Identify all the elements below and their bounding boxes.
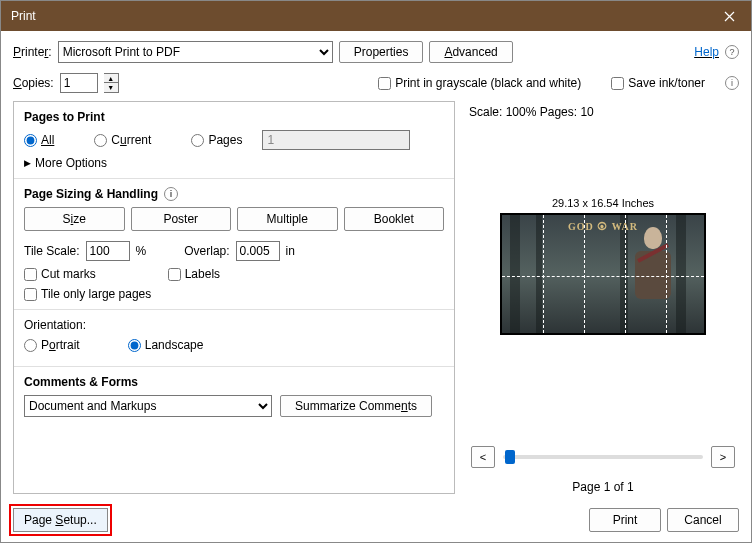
pages-to-print-title: Pages to Print — [24, 110, 444, 124]
labels-checkbox[interactable]: Labels — [168, 267, 220, 281]
summarize-button[interactable]: Summarize Comments — [280, 395, 432, 417]
grayscale-checkbox[interactable]: Print in grayscale (black and white) — [378, 76, 581, 90]
size-button[interactable]: Size — [24, 207, 125, 231]
copies-spinner[interactable]: ▲▼ — [104, 73, 119, 93]
tile-scale-input[interactable] — [86, 241, 130, 261]
comments-title: Comments & Forms — [24, 375, 444, 389]
prev-page-button[interactable]: < — [471, 446, 495, 468]
save-ink-checkbox[interactable]: Save ink/toner — [611, 76, 705, 90]
help-link[interactable]: Help — [694, 45, 719, 59]
landscape-radio[interactable]: Landscape — [128, 338, 204, 352]
page-indicator: Page 1 of 1 — [467, 480, 739, 494]
pages-range-input[interactable] — [262, 130, 410, 150]
preview-figure — [628, 227, 678, 327]
comments-section: Comments & Forms Document and Markups Su… — [14, 367, 454, 425]
pages-range-radio[interactable]: Pages — [191, 133, 242, 147]
sizing-title: Page Sizing & Handling — [24, 187, 158, 201]
printer-select[interactable]: Microsoft Print to PDF — [58, 41, 333, 63]
page-setup-button[interactable]: Page Setup... — [13, 508, 108, 532]
pages-to-print-section: Pages to Print All Current Pages ▶More O… — [14, 102, 454, 179]
tile-only-checkbox[interactable]: Tile only large pages — [24, 287, 444, 301]
poster-button[interactable]: Poster — [131, 207, 232, 231]
print-dialog: Print Printer: Microsoft Print to PDF Pr… — [0, 0, 752, 543]
printer-label: Printer: — [13, 45, 52, 59]
advanced-button[interactable]: Advanced — [429, 41, 512, 63]
close-button[interactable] — [707, 1, 751, 31]
comments-select[interactable]: Document and Markups — [24, 395, 272, 417]
titlebar: Print — [1, 1, 751, 31]
page-sizing-section: Page Sizing & Handling i Size Poster Mul… — [14, 179, 454, 310]
window-title: Print — [11, 9, 36, 23]
booklet-button[interactable]: Booklet — [344, 207, 445, 231]
copies-input[interactable] — [60, 73, 98, 93]
pages-all-radio[interactable]: All — [24, 133, 54, 147]
print-button[interactable]: Print — [589, 508, 661, 532]
sizing-info-icon[interactable]: i — [164, 187, 178, 201]
properties-button[interactable]: Properties — [339, 41, 424, 63]
tile-scale-label: Tile Scale: — [24, 244, 80, 258]
more-options-toggle[interactable]: ▶More Options — [24, 156, 444, 170]
dimensions-label: 29.13 x 16.54 Inches — [467, 197, 739, 209]
orientation-title: Orientation: — [24, 318, 444, 332]
ink-info-icon[interactable]: i — [725, 76, 739, 90]
help-info-icon[interactable]: ? — [725, 45, 739, 59]
overlap-input[interactable] — [236, 241, 280, 261]
portrait-radio[interactable]: Portrait — [24, 338, 80, 352]
pages-current-radio[interactable]: Current — [94, 133, 151, 147]
overlap-label: Overlap: — [184, 244, 229, 258]
orientation-section: Orientation: Portrait Landscape — [14, 310, 454, 367]
scale-info: Scale: 100% Pages: 10 — [467, 101, 739, 119]
preview-slider[interactable] — [503, 455, 703, 459]
print-preview: GOD ⦿ WAR — [500, 213, 706, 335]
multiple-button[interactable]: Multiple — [237, 207, 338, 231]
copies-label: Copies: — [13, 76, 54, 90]
next-page-button[interactable]: > — [711, 446, 735, 468]
cut-marks-checkbox[interactable]: Cut marks — [24, 267, 96, 281]
cancel-button[interactable]: Cancel — [667, 508, 739, 532]
